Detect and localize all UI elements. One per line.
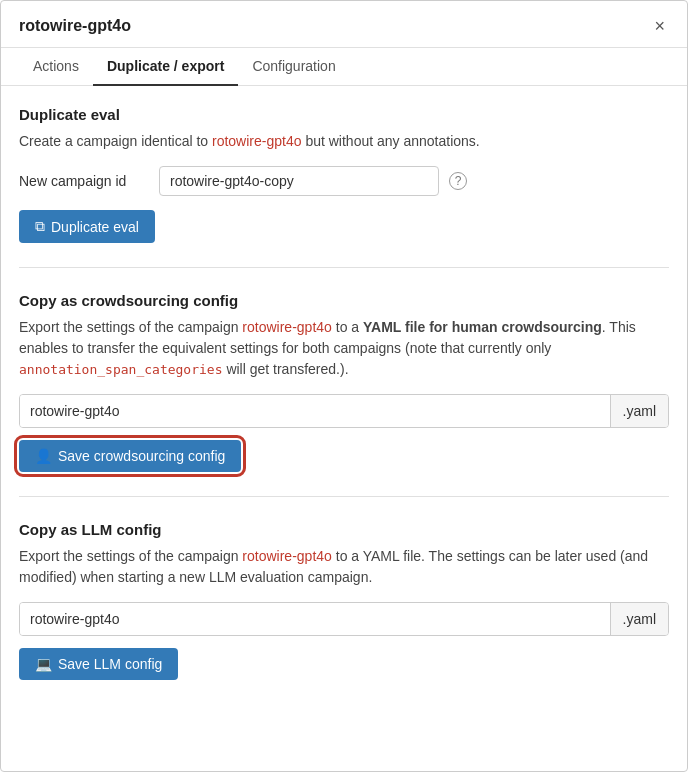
- copy-llm-title: Copy as LLM config: [19, 521, 669, 538]
- desc-after: but without any annotations.: [302, 133, 480, 149]
- save-crowdsourcing-icon: 👤: [35, 448, 52, 464]
- close-button[interactable]: ×: [650, 15, 669, 37]
- duplicate-eval-description: Create a campaign identical to rotowire-…: [19, 131, 669, 152]
- modal: rotowire-gpt4o × Actions Duplicate / exp…: [0, 0, 688, 772]
- copy-crowdsourcing-section: Copy as crowdsourcing config Export the …: [19, 292, 669, 497]
- cs-desc-end: will get transfered.).: [223, 361, 349, 377]
- campaign-id-row: New campaign id ?: [19, 166, 669, 196]
- llm-yaml-row: .yaml: [19, 602, 669, 636]
- duplicate-eval-button-label: Duplicate eval: [51, 219, 139, 235]
- modal-header: rotowire-gpt4o ×: [1, 1, 687, 48]
- copy-crowdsourcing-description: Export the settings of the campaign roto…: [19, 317, 669, 380]
- crowdsourcing-yaml-input[interactable]: [20, 395, 610, 427]
- llm-yaml-suffix: .yaml: [610, 603, 668, 635]
- duplicate-eval-button-icon: ⧉: [35, 218, 45, 235]
- copy-llm-section: Copy as LLM config Export the settings o…: [19, 521, 669, 704]
- tab-bar: Actions Duplicate / export Configuration: [1, 48, 687, 86]
- campaign-id-label: New campaign id: [19, 173, 149, 189]
- crowdsourcing-yaml-row: .yaml: [19, 394, 669, 428]
- campaign-id-input[interactable]: [159, 166, 439, 196]
- campaign-link-1[interactable]: rotowire-gpt4o: [212, 133, 302, 149]
- save-crowdsourcing-button[interactable]: 👤 Save crowdsourcing config: [19, 440, 241, 472]
- duplicate-eval-section: Duplicate eval Create a campaign identic…: [19, 106, 669, 268]
- modal-body: Duplicate eval Create a campaign identic…: [1, 86, 687, 771]
- save-llm-button[interactable]: 💻 Save LLM config: [19, 648, 178, 680]
- save-llm-icon: 💻: [35, 656, 52, 672]
- duplicate-eval-button[interactable]: ⧉ Duplicate eval: [19, 210, 155, 243]
- tab-duplicate-export[interactable]: Duplicate / export: [93, 48, 238, 86]
- cs-code-text: annotation_span_categories: [19, 362, 223, 377]
- campaign-link-3[interactable]: rotowire-gpt4o: [242, 548, 332, 564]
- llm-yaml-input[interactable]: [20, 603, 610, 635]
- desc-before: Create a campaign identical to: [19, 133, 212, 149]
- save-crowdsourcing-label: Save crowdsourcing config: [58, 448, 225, 464]
- copy-crowdsourcing-title: Copy as crowdsourcing config: [19, 292, 669, 309]
- cs-bold-text: YAML file for human crowdsourcing: [363, 319, 602, 335]
- campaign-link-2[interactable]: rotowire-gpt4o: [242, 319, 332, 335]
- cs-desc-before: Export the settings of the campaign: [19, 319, 242, 335]
- tab-configuration[interactable]: Configuration: [238, 48, 349, 86]
- copy-llm-description: Export the settings of the campaign roto…: [19, 546, 669, 588]
- crowdsourcing-yaml-suffix: .yaml: [610, 395, 668, 427]
- llm-desc-before: Export the settings of the campaign: [19, 548, 242, 564]
- cs-desc-middle: to a: [332, 319, 363, 335]
- save-llm-label: Save LLM config: [58, 656, 162, 672]
- help-icon[interactable]: ?: [449, 172, 467, 190]
- tab-actions[interactable]: Actions: [19, 48, 93, 86]
- modal-title: rotowire-gpt4o: [19, 17, 131, 35]
- duplicate-eval-title: Duplicate eval: [19, 106, 669, 123]
